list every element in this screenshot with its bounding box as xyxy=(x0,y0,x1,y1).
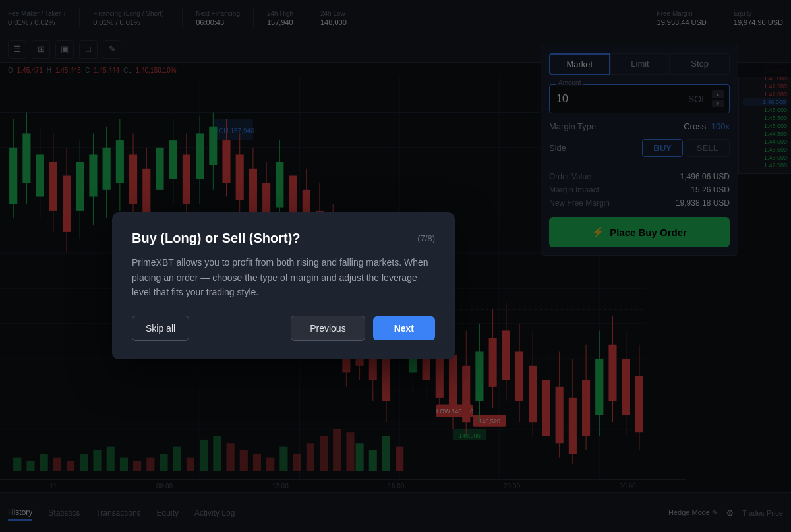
previous-button[interactable]: Previous xyxy=(291,316,365,341)
tutorial-step: (7/8) xyxy=(417,233,435,243)
next-button[interactable]: Next xyxy=(373,316,435,340)
tutorial-header: Buy (Long) or Sell (Short)? (7/8) xyxy=(132,231,435,246)
tutorial-overlay: Buy (Long) or Sell (Short)? (7/8) PrimeX… xyxy=(0,0,791,532)
tutorial-title: Buy (Long) or Sell (Short)? xyxy=(132,231,301,246)
tutorial-body: PrimeXBT allows you to profit from both … xyxy=(132,255,435,299)
tutorial-actions: Skip all Previous Next xyxy=(132,316,435,341)
skip-all-button[interactable]: Skip all xyxy=(132,316,189,341)
tutorial-card: Buy (Long) or Sell (Short)? (7/8) PrimeX… xyxy=(112,212,455,359)
